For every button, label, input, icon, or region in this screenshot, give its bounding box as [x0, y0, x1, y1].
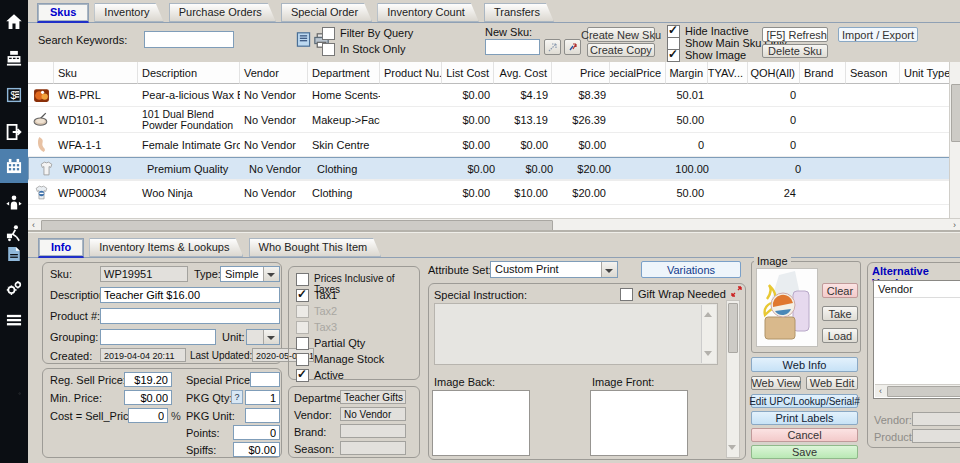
tab-transfers[interactable]: Transfers — [484, 3, 554, 22]
variations-button[interactable]: Variations — [641, 261, 741, 278]
product-num-input[interactable] — [100, 308, 280, 324]
grouping-input[interactable] — [100, 329, 216, 345]
print-labels-button[interactable]: Print Labels — [751, 411, 858, 425]
cost-sell-price-input[interactable] — [128, 408, 168, 423]
scroll-down-arrow[interactable] — [704, 351, 712, 360]
clear-image-button[interactable]: Clear — [822, 283, 858, 298]
col-qtyav[interactable]: QTYAV... — [708, 62, 748, 84]
tab-who-bought-this-item[interactable]: Who Bought This Item — [249, 238, 382, 257]
pkg-qty-help-button[interactable]: ? — [231, 390, 243, 404]
alternative-vendors-list[interactable]: Vendor ‹ — [873, 280, 960, 399]
attributes-vertical-scrollbar[interactable] — [726, 300, 740, 458]
edit-upc-lookup-serial-button[interactable]: Edit UPC/Lookup/Serial# — [751, 394, 858, 408]
sku-generate-button[interactable] — [564, 39, 581, 55]
col-margin[interactable]: Margin — [666, 62, 708, 84]
col-vendor[interactable]: Vendor — [240, 62, 308, 84]
image-front-box[interactable] — [590, 390, 688, 456]
active-checkbox[interactable]: Active — [296, 369, 344, 382]
show-image-checkbox[interactable]: Show Image — [667, 49, 746, 62]
type-select[interactable]: Simple — [220, 266, 280, 282]
reg-sell-price-input[interactable] — [124, 372, 172, 387]
inventory-building-icon[interactable] — [0, 149, 28, 183]
delete-sku-button[interactable]: Delete Sku — [762, 44, 828, 58]
textarea-scrollbar[interactable] — [701, 305, 716, 363]
col-list-cost[interactable]: List Cost — [442, 62, 494, 84]
tab-inventory-items-lookups[interactable]: Inventory Items & Lookups — [89, 238, 243, 257]
col-qoh-all[interactable]: QOH(All) — [748, 62, 800, 84]
unit-select[interactable] — [246, 329, 280, 345]
sku-lookup-button[interactable] — [544, 39, 561, 55]
tax1-checkbox[interactable]: Tax1 — [296, 289, 337, 302]
cash-register-icon[interactable] — [0, 44, 28, 72]
scrollbar-thumb[interactable] — [951, 84, 960, 142]
tab-inventory[interactable]: Inventory — [94, 3, 163, 22]
col-department[interactable]: Department — [308, 62, 380, 84]
col-special-price[interactable]: SpecialPrice — [610, 62, 666, 84]
home-icon[interactable] — [0, 8, 28, 36]
dispatch-icon[interactable] — [0, 189, 28, 217]
col-price[interactable]: Price — [552, 62, 610, 84]
tab-purchase-orders[interactable]: Purchase Orders — [169, 3, 276, 22]
min-price-input[interactable] — [124, 390, 172, 405]
scrollbar-thumb[interactable] — [887, 386, 960, 397]
cancel-button[interactable]: Cancel — [751, 428, 858, 442]
alt-vendor-column-header[interactable]: Vendor — [874, 281, 960, 298]
scroll-left-arrow[interactable]: ‹ — [28, 219, 39, 230]
scroll-up-arrow[interactable] — [704, 308, 712, 317]
tab-special-order[interactable]: Special Order — [281, 3, 372, 22]
manage-stock-checkbox[interactable]: Manage Stock — [296, 353, 384, 366]
settings-gears-icon[interactable] — [0, 274, 28, 302]
table-row[interactable]: WB-PRL Pear-a-licious Wax Bar No Vendor … — [28, 84, 949, 107]
col-avg-cost[interactable]: Avg. Cost — [494, 62, 552, 84]
table-row[interactable]: WD101-1 101 Dual Blend Powder Foundation… — [28, 107, 949, 133]
report-view-icon[interactable] — [295, 31, 312, 50]
col-icon[interactable] — [28, 62, 54, 84]
col-description[interactable]: Description — [138, 62, 240, 84]
logout-icon[interactable] — [0, 118, 28, 146]
pkg-unit-input[interactable] — [245, 408, 280, 423]
gift-wrap-needed-checkbox[interactable]: Gift Wrap Needed — [620, 288, 726, 301]
web-view-button[interactable]: Web View — [751, 376, 801, 390]
web-info-button[interactable]: Web Info — [751, 357, 858, 372]
alt-vendors-horizontal-scrollbar[interactable]: ‹ — [875, 384, 960, 397]
description-input[interactable] — [100, 287, 280, 303]
scrollbar-thumb[interactable] — [728, 303, 738, 353]
refresh-button[interactable]: [F5] Refresh — [762, 27, 828, 42]
load-image-button[interactable]: Load — [822, 328, 858, 343]
points-input[interactable] — [233, 425, 280, 440]
tab-inventory-count[interactable]: Inventory Count — [377, 3, 479, 22]
special-instruction-textarea[interactable] — [434, 303, 718, 365]
new-sku-input[interactable] — [485, 39, 540, 55]
filter-by-query-checkbox[interactable]: Filter By Query — [322, 27, 413, 40]
col-sku[interactable]: Sku — [54, 62, 138, 84]
spiffs-input[interactable] — [233, 442, 280, 457]
expand-resize-icon[interactable] — [731, 286, 742, 299]
table-row-selected[interactable]: WP00019 Premium Quality No Vendor Clothi… — [28, 157, 949, 180]
tab-skus[interactable]: Skus — [37, 3, 89, 23]
create-new-sku-button[interactable]: Create New Sku — [587, 27, 655, 42]
table-vertical-scrollbar[interactable] — [949, 62, 960, 218]
partial-qty-checkbox[interactable]: Partial Qty — [296, 337, 365, 350]
take-image-button[interactable]: Take — [822, 306, 858, 321]
in-stock-only-checkbox[interactable]: In Stock Only — [322, 43, 405, 56]
col-unit-type[interactable]: Unit Type — [900, 62, 949, 84]
scroll-down-arrow[interactable] — [728, 445, 736, 454]
save-button[interactable]: Save — [751, 445, 858, 459]
attribute-set-select[interactable]: Custom Print — [490, 261, 618, 278]
table-row[interactable]: WP00034 Woo Ninja No Vendor Clothing $0.… — [28, 181, 949, 205]
col-brand[interactable]: Brand — [800, 62, 846, 84]
invoice-icon[interactable]: $ — [0, 81, 28, 109]
col-season[interactable]: Season — [846, 62, 900, 84]
image-back-box[interactable] — [432, 390, 530, 456]
search-input[interactable] — [144, 31, 234, 48]
tab-info[interactable]: Info — [38, 238, 84, 258]
import-export-button[interactable]: Import / Export — [838, 27, 918, 42]
special-price-input[interactable] — [250, 372, 280, 387]
table-row[interactable]: WFA-1-1 Female Intimate Grooming No Vend… — [28, 133, 949, 157]
col-product-num[interactable]: Product Nu... — [380, 62, 442, 84]
scroll-left-arrow[interactable]: ‹ — [875, 385, 886, 396]
scroll-right-arrow[interactable]: › — [949, 219, 960, 230]
web-edit-button[interactable]: Web Edit — [806, 376, 858, 390]
menu-icon[interactable] — [0, 306, 28, 334]
report-icon[interactable] — [0, 240, 28, 268]
